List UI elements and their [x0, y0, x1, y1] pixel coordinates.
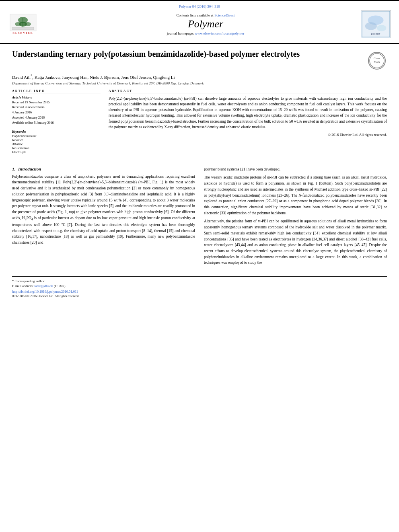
homepage-label: journal homepage:: [167, 31, 194, 35]
homepage-link[interactable]: www.elsevier.com/locate/polymer: [195, 31, 244, 35]
affiliation: Department of Energy Conversion and Stor…: [12, 81, 387, 85]
doi-line[interactable]: http://dx.doi.org/10.1016/j.polymer.2016…: [12, 290, 387, 294]
article-dates: Received 19 November 2015 Received in re…: [12, 100, 101, 126]
body-para-right-2: The weakly acidic imidazole protons of m…: [204, 175, 387, 216]
sd-label: Contents lists available at: [176, 13, 213, 17]
elsevier-logo-svg: ELSEVIER: [8, 12, 50, 35]
body-content: 1. Introduction Polybenzimidazoles compr…: [0, 162, 399, 277]
journal-center: Contents lists available at ScienceDirec…: [50, 13, 361, 35]
keyword-2: Ionomer: [12, 138, 101, 142]
article-history-label: Article history:: [12, 96, 101, 99]
svg-text:Cross: Cross: [374, 57, 380, 60]
body-para-1: Polybenzimidazoles comprise a class of a…: [12, 174, 195, 246]
svg-text:Mark: Mark: [374, 60, 380, 64]
volume-line: Polymer 84 (2016) 304–310: [8, 4, 391, 8]
svg-rect-6: [12, 27, 34, 30]
section1-heading: 1. Introduction: [12, 166, 195, 171]
title-row: Understanding ternary poly(potassium ben…: [12, 49, 387, 71]
body-para-right-1: polymer blend systems [21] have been dev…: [204, 166, 387, 173]
body-para-right-3: Alternatively, the pristine form of m-PB…: [204, 218, 387, 266]
science-direct-link[interactable]: ScienceDirect: [214, 13, 234, 17]
article-content: Understanding ternary poly(potassium ben…: [0, 44, 399, 162]
page-wrapper: Polymer 84 (2016) 304–310 ELSEVIER: [0, 0, 399, 532]
svg-point-5: [19, 22, 27, 27]
revised-date: 4 January 2016: [12, 110, 101, 115]
footnote-area: * Corresponding author. E-mail address: …: [12, 276, 387, 288]
copyright-text: © 2016 Elsevier Ltd. All rights reserved…: [109, 132, 387, 138]
elsevier-logo: ELSEVIER: [8, 12, 50, 36]
polymer-cover-image: polymer: [361, 10, 391, 38]
received-date: Received 19 November 2015: [12, 100, 101, 105]
section1-number: 1.: [12, 166, 15, 171]
revised-label: Received in revised form: [12, 105, 101, 110]
cover-svg: polymer: [361, 10, 391, 38]
abstract-text: Poly(2,2′-(m-phenylene)-5,5′-bisbenzimid…: [109, 96, 387, 138]
keyword-1: Polybenzimidazole: [12, 134, 101, 138]
science-direct-text: Contents lists available at ScienceDirec…: [58, 13, 353, 17]
svg-text:polymer: polymer: [371, 32, 380, 35]
abstract-label: ABSTRACT: [109, 89, 387, 94]
journal-homepage: journal homepage: www.elsevier.com/locat…: [58, 31, 353, 35]
two-col-body: 1. Introduction Polybenzimidazoles compr…: [12, 166, 387, 269]
email-label: E-mail address:: [12, 284, 33, 288]
email-suffix: (D. Aili).: [54, 284, 66, 288]
accepted-date: Accepted 4 January 2016: [12, 115, 101, 121]
volume-text: Polymer 84 (2016) 304–310: [179, 4, 220, 8]
svg-text:ELSEVIER: ELSEVIER: [12, 31, 33, 35]
svg-point-12: [377, 25, 386, 31]
article-title: Understanding ternary poly(potassium ben…: [12, 49, 300, 59]
article-info-col: ARTICLE INFO Article history: Received 1…: [12, 89, 101, 154]
keyword-5: Electrolyte: [12, 150, 101, 154]
footnote-star: * Corresponding author.: [12, 279, 387, 283]
keyword-4: Ion-solvation: [12, 146, 101, 150]
journal-name: Polymer: [58, 18, 353, 30]
article-info-abstract: ARTICLE INFO Article history: Received 1…: [12, 89, 387, 154]
crossmark-badge: Cross Mark: [367, 51, 387, 71]
body-right-col: polymer blend systems [21] have been dev…: [204, 166, 387, 269]
body-left-col: 1. Introduction Polybenzimidazoles compr…: [12, 166, 195, 269]
footnote-corresponding: * Corresponding author.: [12, 279, 45, 283]
journal-header: Polymer 84 (2016) 304–310 ELSEVIER: [0, 1, 399, 44]
abstract-col: ABSTRACT Poly(2,2′-(m-phenylene)-5,5′-bi…: [109, 89, 387, 154]
svg-point-11: [365, 22, 377, 30]
article-history-block: Article history: Received 19 November 20…: [12, 96, 101, 126]
footnote-email: E-mail address: larda@dtu.dk (D. Aili).: [12, 284, 387, 288]
online-date: Available online 5 January 2016: [12, 121, 101, 126]
journal-top-bar: ELSEVIER Contents lists available at Sci…: [8, 10, 391, 38]
issn-line: 0032-3861/© 2016 Elsevier Ltd. All right…: [12, 294, 387, 298]
keywords-section: Keywords: Polybenzimidazole Ionomer Alka…: [12, 130, 101, 154]
article-info-label: ARTICLE INFO: [12, 89, 101, 94]
keywords-label: Keywords:: [12, 130, 101, 134]
email-link[interactable]: larda@dtu.dk: [34, 284, 53, 288]
keyword-3: Alkaline: [12, 142, 101, 146]
section1-title: Introduction: [18, 166, 41, 171]
doi-issn-area: http://dx.doi.org/10.1016/j.polymer.2016…: [12, 290, 387, 298]
crossmark-svg: Cross Mark: [369, 53, 385, 69]
crossmark-circle: Cross Mark: [368, 52, 386, 70]
authors-line: David Aili*, Katja Jankova, Junyoung Han…: [12, 74, 387, 80]
